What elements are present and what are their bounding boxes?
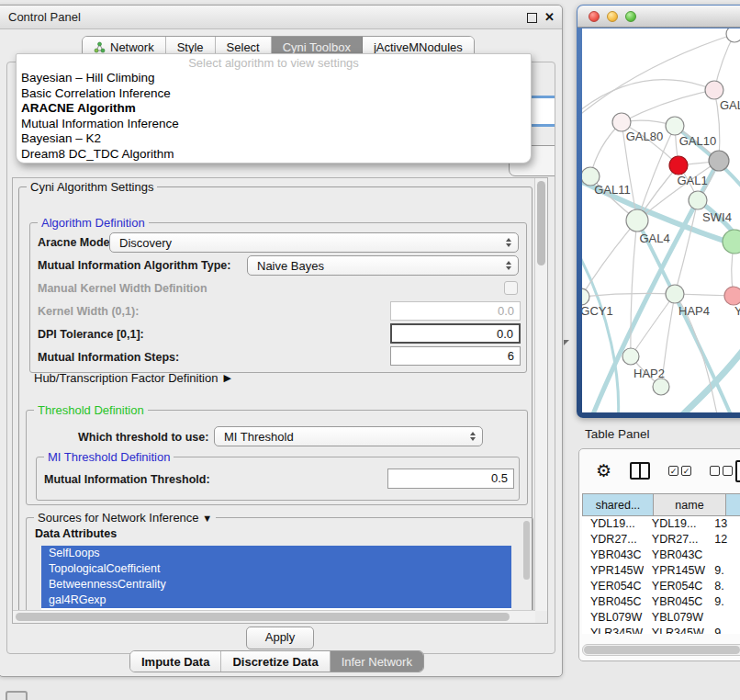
spinner-arrows-icon [506, 238, 511, 247]
mi-threshold-field[interactable]: 0.5 [387, 469, 514, 489]
network-node[interactable] [669, 156, 688, 175]
tab-discretize-data[interactable]: Discretize Data [221, 651, 330, 672]
table-row[interactable]: YBL079WYBL079W [582, 610, 740, 626]
network-node[interactable] [724, 287, 740, 305]
network-node[interactable] [622, 348, 639, 365]
data-attributes-label: Data Attributes [35, 527, 117, 540]
algorithm-option[interactable]: ARACNE Algorithm [17, 101, 531, 117]
network-node[interactable] [666, 117, 684, 135]
mi-steps-label: Mutual Information Steps: [38, 351, 179, 364]
table-horizontal-scrollbar[interactable] [582, 644, 740, 656]
gear-icon[interactable]: ⚙ [596, 460, 611, 481]
node-label: GAL10 [679, 134, 716, 148]
apply-button[interactable]: Apply [246, 627, 314, 649]
network-node[interactable] [709, 151, 729, 171]
algorithm-option[interactable]: Bayesian – Hill Climbing [17, 71, 531, 86]
column-header[interactable]: name [653, 493, 726, 516]
close-traffic-light-icon[interactable] [589, 11, 600, 22]
checked-box-icon: ✓ [668, 466, 678, 476]
network-node[interactable] [705, 81, 723, 99]
dpi-tolerance-label: DPI Tolerance [0,1]: [38, 328, 144, 341]
tab-label: Select [227, 40, 260, 54]
table-row[interactable]: YBR043CYBR043C [582, 548, 740, 563]
group-title: Threshold Definition [34, 403, 148, 417]
aracne-mode-combo[interactable]: Discovery [109, 232, 519, 253]
algorithm-option[interactable]: Bayesian – K2 [17, 131, 531, 147]
hub-transcription-section[interactable]: Hub/Transcription Factor Definition ▶ [34, 371, 231, 385]
settings-horizontal-scrollbar[interactable] [13, 610, 535, 623]
network-node[interactable] [612, 113, 631, 131]
cell: YER054C [582, 579, 644, 594]
zoom-traffic-light-icon[interactable] [625, 11, 636, 22]
cell: YDL19... [644, 516, 706, 532]
column-header[interactable] [725, 493, 740, 516]
bottom-left-widget[interactable] [6, 691, 28, 700]
close-icon[interactable]: ✕ [544, 9, 555, 26]
tab-label: Network [110, 40, 154, 54]
which-threshold-combo[interactable]: MI Threshold [214, 426, 483, 446]
network-node[interactable] [582, 288, 589, 305]
collapse-collapsed-icon[interactable]: ▶ [223, 372, 230, 384]
dpi-tolerance-field[interactable]: 0.0 [390, 323, 521, 344]
mi-steps-field[interactable]: 6 [390, 346, 521, 366]
data-attributes-list[interactable]: SelfLoopsTopologicalCoefficientBetweenne… [41, 546, 511, 617]
split-columns-icon[interactable] [630, 462, 650, 480]
scrollbar-thumb[interactable] [584, 646, 740, 654]
algorithm-option[interactable]: Basic Correlation Inference [17, 86, 531, 102]
network-node[interactable] [689, 191, 707, 209]
scrollbar-thumb[interactable] [16, 613, 510, 621]
float-window-icon[interactable] [527, 13, 537, 23]
network-node[interactable] [653, 378, 669, 395]
group-title: MI Threshold Definition [44, 450, 174, 464]
network-window: GALGAL80GAL10GAL1GAL11SWI4GAL4GCY1HAP4YH… [577, 5, 740, 418]
table-header-row: shared...name [582, 493, 740, 516]
mi-type-value: Naive Bayes [257, 259, 324, 273]
attribute-item[interactable]: TopologicalCoefficient [41, 561, 511, 577]
table-row[interactable]: YPR145WYPR145W9. [582, 563, 740, 579]
threshold-definition-group: Threshold Definition Which threshold to … [26, 410, 528, 505]
new-table-icon[interactable] [735, 460, 740, 482]
attribute-item[interactable]: gal4RGexp [41, 593, 511, 608]
tab-label: Style [177, 40, 204, 54]
network-node[interactable] [666, 285, 684, 303]
cell [706, 610, 740, 626]
settings-vertical-scrollbar[interactable] [534, 178, 547, 611]
node-label: GAL11 [594, 183, 631, 197]
cell: YDR27... [582, 532, 644, 548]
kernel-width-field[interactable]: 0.0 [390, 301, 521, 321]
cyni-settings-scrollpane: Cyni Algorithm Settings Algorithm Defini… [12, 177, 548, 624]
algorithm-option[interactable]: Dream8 DC_TDC Algorithm [17, 147, 531, 163]
network-canvas[interactable]: GALGAL80GAL10GAL1GAL11SWI4GAL4GCY1HAP4YH… [582, 28, 740, 412]
scrollbar-thumb[interactable] [537, 181, 545, 265]
group-title: Cyni Algorithm Settings [27, 180, 157, 194]
table-row[interactable]: YBR045CYBR045C9. [582, 594, 740, 610]
table-panel-title: Table Panel [585, 427, 650, 441]
network-node[interactable] [723, 230, 740, 254]
cell: 9. [706, 563, 740, 579]
collapse-expanded-icon[interactable]: ▼ [202, 513, 212, 524]
network-edge [675, 200, 698, 294]
algorithm-option[interactable]: Mutual Information Inference [17, 117, 531, 132]
table-row[interactable]: YDL19...YDL19...13 [582, 516, 740, 532]
control-panel-titlebar[interactable]: Control Panel ✕ [0, 6, 562, 29]
tab-impute-data[interactable]: Impute Data [130, 651, 221, 672]
cell [706, 548, 740, 563]
minimize-traffic-light-icon[interactable] [607, 11, 618, 22]
table-row[interactable]: YER054CYER054C8. [582, 579, 740, 594]
network-window-titlebar[interactable] [577, 6, 740, 28]
list-scrollbar-thumb[interactable] [523, 521, 530, 580]
table-row[interactable]: YDR27...YDR27...12 [582, 532, 740, 548]
tab-infer-network[interactable]: Infer Network [331, 651, 423, 672]
table-row[interactable]: YLR345WYLR345W9. [582, 626, 740, 634]
attribute-item[interactable]: SelfLoops [41, 546, 511, 561]
mi-type-combo[interactable]: Naive Bayes [247, 255, 519, 276]
unselect-all-columns-icon[interactable] [710, 466, 733, 476]
network-node[interactable] [726, 28, 740, 42]
cursor-arrow-icon [564, 340, 569, 345]
tab-label: jActiveMNodules [374, 40, 463, 54]
column-header[interactable]: shared... [582, 493, 654, 516]
select-all-columns-icon[interactable]: ✓✓ [668, 466, 691, 476]
manual-kernel-checkbox[interactable] [504, 281, 518, 295]
attribute-item[interactable]: BetweennessCentrality [41, 577, 511, 593]
network-node[interactable] [626, 209, 648, 231]
